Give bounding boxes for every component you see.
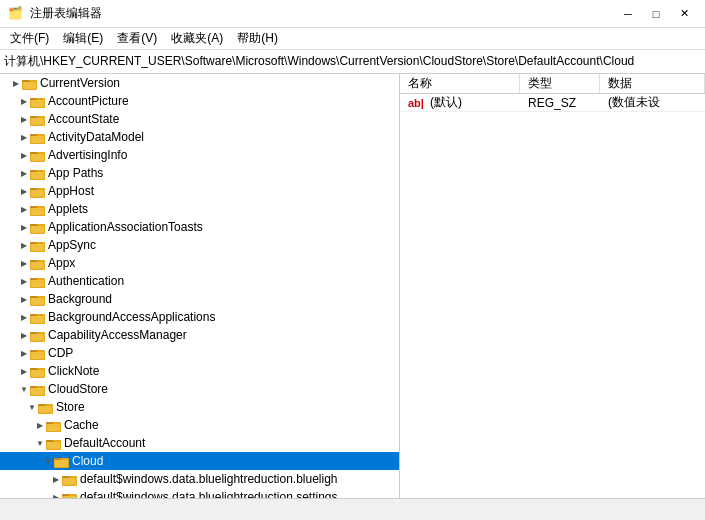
tree-item[interactable]: ▶Background: [0, 290, 399, 308]
tree-arrow-icon[interactable]: ▶: [18, 239, 30, 251]
tree-arrow-icon[interactable]: ▶: [18, 203, 30, 215]
right-panel-header: 名称 类型 数据: [400, 74, 705, 94]
maximize-button[interactable]: □: [643, 4, 669, 24]
tree-arrow-icon[interactable]: ▶: [50, 491, 62, 498]
menu-item-查看(V)[interactable]: 查看(V): [111, 28, 163, 49]
minimize-button[interactable]: ─: [615, 4, 641, 24]
svg-rect-55: [38, 404, 45, 406]
tree-item[interactable]: ▶Appx: [0, 254, 399, 272]
tree-item-label: ApplicationAssociationToasts: [48, 220, 203, 234]
menu-bar: 文件(F)编辑(E)查看(V)收藏夹(A)帮助(H): [0, 28, 705, 50]
svg-rect-4: [30, 98, 37, 100]
tree-arrow-icon[interactable]: ▶: [18, 257, 30, 269]
tree-item-label: ClickNote: [48, 364, 99, 378]
tree-arrow-icon[interactable]: ▶: [18, 365, 30, 377]
folder-icon: [30, 274, 46, 288]
tree-arrow-icon[interactable]: ▼: [34, 437, 46, 449]
tree-item[interactable]: ▼Cloud: [0, 452, 399, 470]
folder-icon: [30, 328, 46, 342]
tree-arrow-icon[interactable]: ▶: [18, 113, 30, 125]
svg-rect-34: [30, 278, 37, 280]
tree-item[interactable]: ▶CapabilityAccessManager: [0, 326, 399, 344]
tree-arrow-icon[interactable]: ▶: [18, 167, 30, 179]
tree-item[interactable]: ▶BackgroundAccessApplications: [0, 308, 399, 326]
tree-arrow-icon[interactable]: ▶: [18, 275, 30, 287]
tree-item[interactable]: ▶Cache: [0, 416, 399, 434]
tree-arrow-icon[interactable]: ▶: [34, 419, 46, 431]
svg-rect-10: [30, 134, 37, 136]
tree-item-label: ActivityDataModel: [48, 130, 144, 144]
tree-item-label: Appx: [48, 256, 75, 270]
tree-arrow-icon[interactable]: ▼: [42, 455, 54, 467]
tree-item[interactable]: ▶default$windows.data.bluelightreduction…: [0, 470, 399, 488]
tree-arrow-icon[interactable]: ▶: [18, 149, 30, 161]
svg-rect-14: [31, 154, 44, 161]
tree-item[interactable]: ▶CDP: [0, 344, 399, 362]
tree-arrow-icon[interactable]: ▼: [18, 383, 30, 395]
tree-arrow-icon[interactable]: ▼: [26, 401, 38, 413]
menu-item-编辑(E)[interactable]: 编辑(E): [57, 28, 109, 49]
tree-item[interactable]: ▶Applets: [0, 200, 399, 218]
svg-rect-25: [30, 224, 37, 226]
menu-item-文件(F)[interactable]: 文件(F): [4, 28, 55, 49]
svg-rect-26: [31, 226, 44, 233]
tree-item[interactable]: ▼CloudStore: [0, 380, 399, 398]
svg-rect-38: [31, 298, 44, 305]
tree-arrow-icon[interactable]: ▶: [18, 293, 30, 305]
tree-item[interactable]: ▶AppSync: [0, 236, 399, 254]
svg-rect-16: [30, 170, 37, 172]
svg-rect-32: [31, 262, 44, 269]
svg-rect-46: [30, 350, 37, 352]
tree-arrow-icon[interactable]: ▶: [10, 77, 22, 89]
tree-item[interactable]: ▶App Paths: [0, 164, 399, 182]
tree-arrow-icon[interactable]: ▶: [18, 347, 30, 359]
folder-icon: [30, 148, 46, 162]
tree-item[interactable]: ▶CurrentVersion: [0, 74, 399, 92]
tree-item[interactable]: ▼DefaultAccount: [0, 434, 399, 452]
tree-item[interactable]: ▶AdvertisingInfo: [0, 146, 399, 164]
tree-item-label: CloudStore: [48, 382, 108, 396]
svg-rect-65: [55, 460, 68, 467]
svg-rect-64: [54, 458, 61, 460]
folder-icon: [46, 418, 62, 432]
tree-arrow-icon[interactable]: ▶: [18, 221, 30, 233]
svg-rect-29: [31, 244, 44, 251]
folder-icon: [30, 202, 46, 216]
svg-rect-31: [30, 260, 37, 262]
tree-item[interactable]: ▶AccountState: [0, 110, 399, 128]
tree-item[interactable]: ▶AccountPicture: [0, 92, 399, 110]
tree-panel[interactable]: ▶CurrentVersion▶AccountPicture▶AccountSt…: [0, 74, 400, 498]
right-table[interactable]: ab|(默认)REG_SZ(数值未设: [400, 94, 705, 498]
tree-item[interactable]: ▼Store: [0, 398, 399, 416]
tree-item-label: default$windows.data.bluelightreduction.…: [80, 490, 338, 498]
tree-arrow-icon[interactable]: ▶: [18, 95, 30, 107]
tree-item[interactable]: ▶Authentication: [0, 272, 399, 290]
close-button[interactable]: ✕: [671, 4, 697, 24]
title-bar: 🗂️ 注册表编辑器 ─ □ ✕: [0, 0, 705, 28]
tree-item[interactable]: ▶ApplicationAssociationToasts: [0, 218, 399, 236]
tree-item[interactable]: ▶AppHost: [0, 182, 399, 200]
svg-rect-1: [22, 80, 29, 82]
svg-rect-7: [30, 116, 37, 118]
folder-icon: [30, 238, 46, 252]
tree-arrow-icon[interactable]: ▶: [50, 473, 62, 485]
svg-rect-11: [31, 136, 44, 143]
tree-arrow-icon[interactable]: ▶: [18, 311, 30, 323]
tree-item[interactable]: ▶ClickNote: [0, 362, 399, 380]
svg-rect-68: [63, 478, 76, 485]
right-cell-name: ab|(默认): [400, 94, 520, 111]
svg-rect-49: [30, 368, 37, 370]
svg-rect-20: [31, 190, 44, 197]
tree-arrow-icon[interactable]: ▶: [18, 329, 30, 341]
tree-arrow-icon[interactable]: ▶: [18, 131, 30, 143]
svg-rect-40: [30, 314, 37, 316]
tree-item[interactable]: ▶default$windows.data.bluelightreduction…: [0, 488, 399, 498]
tree-item[interactable]: ▶ActivityDataModel: [0, 128, 399, 146]
right-table-row[interactable]: ab|(默认)REG_SZ(数值未设: [400, 94, 705, 112]
svg-rect-37: [30, 296, 37, 298]
menu-item-帮助(H)[interactable]: 帮助(H): [231, 28, 284, 49]
menu-item-收藏夹(A)[interactable]: 收藏夹(A): [165, 28, 229, 49]
tree-arrow-icon[interactable]: ▶: [18, 185, 30, 197]
tree-item-label: Cache: [64, 418, 99, 432]
folder-icon: [62, 490, 78, 498]
